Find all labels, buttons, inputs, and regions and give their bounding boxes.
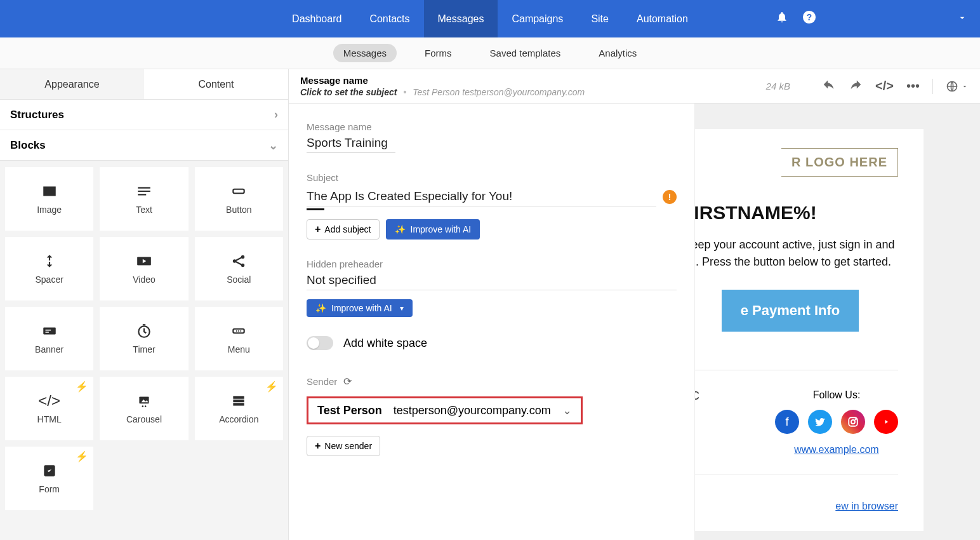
block-form[interactable]: ⚡ Form <box>5 447 93 510</box>
preview-body: keep your account active, just sign in a… <box>682 236 898 271</box>
nav-site[interactable]: Site <box>577 0 623 37</box>
white-space-row: Add white space <box>307 336 677 350</box>
chevron-down-icon: ▾ <box>400 304 404 313</box>
bolt-icon: ⚡ <box>265 381 278 393</box>
sender-email: testperson@yourcompany.com <box>394 404 551 417</box>
left-tabs: Appearance Content <box>0 69 288 100</box>
block-accordion-label: Accordion <box>219 414 258 424</box>
nav-campaigns[interactable]: Campaigns <box>498 0 577 37</box>
nav-contacts[interactable]: Contacts <box>355 0 423 37</box>
preview-cta-button[interactable]: e Payment Info <box>722 290 859 332</box>
block-text-label: Text <box>136 205 152 215</box>
view-in-browser-link[interactable]: ew in browser <box>682 501 898 512</box>
improve-ai-label-2: Improve with AI <box>331 303 392 313</box>
bolt-icon: ⚡ <box>76 381 88 393</box>
block-form-label: Form <box>39 484 60 494</box>
code-view-icon[interactable]: </> <box>875 79 894 93</box>
sender-label: Sender <box>307 376 337 387</box>
sender-name: Test Person <box>317 404 382 417</box>
view-in-browser-anchor[interactable]: ew in browser <box>835 501 898 511</box>
subject-label: Subject <box>307 172 677 183</box>
blocks-grid: Image Text Button Spacer Video <box>5 167 283 510</box>
block-button[interactable]: Button <box>195 167 283 231</box>
svg-point-25 <box>851 420 855 424</box>
block-social[interactable]: Social <box>195 237 283 300</box>
bolt-icon: ⚡ <box>76 450 88 462</box>
block-html[interactable]: ⚡ </> HTML <box>5 377 93 440</box>
section-structures[interactable]: Structures › <box>0 100 288 130</box>
subtab-saved-templates[interactable]: Saved templates <box>480 44 571 62</box>
svg-point-13 <box>236 330 237 332</box>
redo-icon[interactable] <box>849 78 863 95</box>
magic-icon: ✨ <box>395 224 406 234</box>
svg-rect-3 <box>234 189 244 194</box>
block-menu[interactable]: Menu <box>195 307 283 370</box>
tab-appearance[interactable]: Appearance <box>0 69 144 99</box>
improve-ai-label: Improve with AI <box>411 224 472 234</box>
block-banner[interactable]: Banner <box>5 307 93 370</box>
site-link[interactable]: www.example.com <box>794 444 878 455</box>
hidden-preheader-label: Hidden preheader <box>307 259 677 269</box>
add-subject-button[interactable]: + Add subject <box>307 219 380 240</box>
preview-divider <box>682 370 898 370</box>
divider <box>932 79 933 94</box>
undo-icon[interactable] <box>822 78 836 95</box>
block-accordion[interactable]: ⚡ Accordion <box>195 377 283 440</box>
improve-ai-preheader-button[interactable]: ✨ Improve with AI ▾ <box>307 299 413 317</box>
svg-point-17 <box>142 405 144 407</box>
tab-content[interactable]: Content <box>144 69 288 99</box>
main-area: Appearance Content Structures › Blocks ⌄… <box>0 69 980 540</box>
youtube-icon[interactable] <box>874 410 898 434</box>
svg-rect-8 <box>43 328 56 335</box>
block-image[interactable]: Image <box>5 167 93 231</box>
improve-ai-subject-button[interactable]: ✨ Improve with AI <box>386 219 480 240</box>
new-sender-button[interactable]: + New sender <box>307 436 380 456</box>
social-icons: f <box>775 410 898 434</box>
editor-header-left[interactable]: Message name Click to set the subject • … <box>300 74 766 98</box>
help-icon[interactable]: ? <box>802 10 816 27</box>
message-size: 24 kB <box>766 81 790 91</box>
nav-automation[interactable]: Automation <box>623 0 702 37</box>
facebook-icon[interactable]: f <box>775 410 799 434</box>
refresh-icon[interactable]: ⟳ <box>343 375 352 388</box>
block-video[interactable]: Video <box>100 237 188 300</box>
instagram-icon[interactable] <box>841 410 865 434</box>
section-structures-label: Structures <box>10 109 64 121</box>
block-text[interactable]: Text <box>100 167 188 231</box>
subject-placeholder: Click to set the subject <box>300 87 397 97</box>
block-banner-label: Banner <box>35 344 63 354</box>
twitter-icon[interactable] <box>808 410 832 434</box>
chevron-right-icon: › <box>274 108 278 121</box>
nav-messages[interactable]: Messages <box>424 0 498 37</box>
section-blocks[interactable]: Blocks ⌄ <box>0 130 288 161</box>
email-preview[interactable]: R LOGO HERE FIRSTNAME%! keep your accoun… <box>657 129 924 531</box>
block-html-label: HTML <box>37 414 62 424</box>
block-button-label: Button <box>226 205 251 215</box>
field-hidden-preheader: Hidden preheader Not specified ✨ Improve… <box>307 259 677 317</box>
block-timer[interactable]: Timer <box>100 307 188 370</box>
nav-dashboard[interactable]: Dashboard <box>278 0 355 37</box>
add-subject-label: Add subject <box>324 224 371 234</box>
new-sender-label: New sender <box>324 441 372 451</box>
subject-input[interactable] <box>307 187 656 206</box>
notifications-icon[interactable] <box>776 11 788 27</box>
language-icon[interactable] <box>946 80 969 93</box>
sender-dropdown[interactable]: Test Person testperson@yourcompany.com ⌄ <box>307 396 583 424</box>
svg-point-18 <box>145 405 147 407</box>
subtab-analytics[interactable]: Analytics <box>588 44 647 62</box>
white-space-toggle[interactable] <box>307 336 333 350</box>
magic-icon: ✨ <box>315 303 326 313</box>
sender-section: Sender ⟳ Test Person testperson@yourcomp… <box>307 375 677 456</box>
svg-rect-19 <box>234 396 244 398</box>
more-icon[interactable]: ••• <box>906 79 920 93</box>
hidden-preheader-input[interactable]: Not specified <box>307 273 677 290</box>
block-carousel[interactable]: Carousel <box>100 377 188 440</box>
subtab-forms[interactable]: Forms <box>414 44 462 62</box>
subtab-messages[interactable]: Messages <box>333 44 397 62</box>
warning-icon[interactable]: ! <box>663 190 677 204</box>
account-menu-chevron-icon[interactable] <box>957 11 967 26</box>
message-name-input[interactable]: Sports Training <box>307 136 395 153</box>
block-spacer[interactable]: Spacer <box>5 237 93 300</box>
svg-rect-10 <box>45 332 48 333</box>
message-settings-popup: Message name Sports Training Subject ! +… <box>289 104 695 540</box>
